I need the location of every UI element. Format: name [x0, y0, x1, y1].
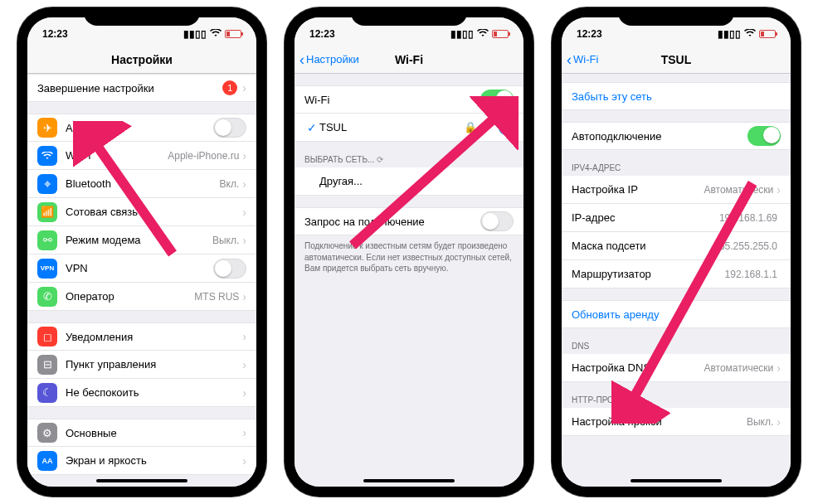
chevron-left-icon: ‹ — [299, 52, 304, 67]
chevron-right-icon: › — [242, 454, 246, 468]
chevron-left-icon: ‹ — [567, 52, 572, 67]
autojoin-label: Автоподключение — [572, 130, 747, 143]
other-network-label: Другая... — [319, 175, 514, 187]
chevron-right-icon: › — [777, 415, 781, 429]
hotspot-label: Режим модема — [66, 234, 212, 246]
autojoin-toggle[interactable] — [747, 126, 781, 146]
home-indicator[interactable] — [363, 479, 455, 482]
network-row[interactable]: ✓ TSUL 🔒 i — [295, 114, 523, 142]
airplane-toggle[interactable] — [213, 118, 246, 138]
wifi-toggle-label: Wi-Fi — [304, 94, 480, 106]
hotspot-row[interactable]: ⚯ Режим модема Выкл. › — [27, 226, 256, 254]
notifications-row[interactable]: ◻ Уведомления › — [27, 322, 256, 351]
cellular-icon: 📶 — [37, 202, 57, 222]
wifi-toggle[interactable] — [480, 90, 514, 109]
dns-config-value: Автоматически — [704, 362, 773, 374]
checkmark-icon: ✓ — [304, 121, 319, 134]
chevron-right-icon: › — [777, 183, 781, 196]
cellular-row[interactable]: 📶 Сотовая связь › — [27, 198, 256, 226]
wifi-label: Wi-Fi — [66, 149, 168, 162]
forget-network-label: Забыть эту сеть — [572, 90, 781, 103]
carrier-row[interactable]: ✆ Оператор MTS RUS › — [27, 283, 256, 311]
dnd-label: Не беспокоить — [66, 386, 242, 399]
other-network-row[interactable]: Другая... — [295, 167, 523, 196]
airplane-icon: ✈ — [37, 118, 57, 138]
chevron-right-icon: › — [242, 234, 246, 247]
wifi-toggle-row[interactable]: Wi-Fi — [295, 85, 523, 114]
control-center-row[interactable]: ⊟ Пункт управления › — [27, 351, 256, 379]
airplane-row[interactable]: ✈ Авиарежим — [27, 114, 256, 142]
ip-address-label: IP-адрес — [572, 211, 719, 224]
forget-network-row[interactable]: Забыть эту сеть — [562, 82, 791, 110]
back-button[interactable]: ‹ Настройки — [299, 46, 359, 73]
ip-address-value: 192.168.1.69 — [719, 212, 777, 224]
ipv4-header: IPV4-АДРЕС — [562, 150, 791, 176]
dnd-row[interactable]: ☾ Не беспокоить › — [27, 379, 256, 407]
info-icon[interactable]: i — [499, 120, 514, 135]
subnet-value: 255.255.255.0 — [713, 240, 777, 252]
notch — [351, 7, 467, 26]
ask-to-join-label: Запрос на подключение — [304, 216, 480, 228]
renew-lease-label: Обновить аренду — [572, 308, 781, 321]
renew-lease-row[interactable]: Обновить аренду — [562, 300, 791, 328]
wifi-signal-icon — [482, 121, 494, 133]
dns-config-label: Настройка DNS — [572, 361, 704, 374]
ask-to-join-row[interactable]: Запрос на подключение — [295, 207, 523, 235]
proxy-config-value: Выкл. — [747, 416, 773, 428]
page-title: TSUL — [661, 53, 692, 66]
chevron-right-icon: › — [242, 149, 246, 162]
ip-config-value: Автоматически — [704, 184, 773, 196]
subnet-row: Маска подсети 255.255.255.0 — [562, 232, 791, 260]
home-indicator[interactable] — [631, 479, 722, 482]
chevron-right-icon: › — [777, 361, 781, 375]
notifications-label: Уведомления — [66, 331, 242, 343]
wifi-icon — [37, 146, 57, 166]
control-center-icon: ⊟ — [37, 355, 57, 375]
badge-count: 1 — [222, 80, 237, 95]
vpn-icon: VPN — [37, 259, 57, 279]
dns-header: DNS — [562, 328, 791, 354]
vpn-row[interactable]: VPN VPN — [27, 254, 256, 283]
display-icon: AA — [37, 451, 57, 471]
cellular-label: Сотовая связь — [66, 206, 242, 218]
chevron-right-icon: › — [242, 426, 246, 439]
back-button[interactable]: ‹ Wi-Fi — [567, 46, 598, 73]
ip-address-row: IP-адрес 192.168.1.69 — [562, 204, 791, 232]
notch — [84, 7, 200, 26]
vpn-toggle[interactable] — [213, 259, 246, 279]
phone-settings: 12:23 ▮▮▯▯ Настройки Завершение настройк… — [17, 7, 266, 497]
wifi-row[interactable]: Wi-Fi Apple-iPhone.ru › — [27, 142, 256, 170]
back-label: Wi-Fi — [573, 53, 598, 65]
bluetooth-value: Вкл. — [220, 178, 240, 190]
spinner-icon: ⟳ — [377, 155, 383, 164]
bluetooth-label: Bluetooth — [66, 177, 220, 190]
hotspot-icon: ⚯ — [37, 230, 57, 250]
display-row[interactable]: AA Экран и яркость › — [27, 447, 256, 475]
proxy-config-row[interactable]: Настройка прокси Выкл. › — [562, 408, 791, 436]
dnd-icon: ☾ — [37, 383, 57, 403]
complete-setup-row[interactable]: Завершение настройки 1 › — [27, 74, 256, 102]
notch — [618, 7, 734, 26]
bluetooth-icon: ⌖ — [37, 174, 57, 194]
ip-config-row[interactable]: Настройка IP Автоматически › — [562, 176, 791, 204]
status-time: 12:23 — [309, 28, 335, 40]
choose-network-header: ВЫБРАТЬ СЕТЬ... ⟳ — [295, 142, 523, 167]
proxy-config-label: Настройка прокси — [572, 415, 747, 428]
autojoin-row[interactable]: Автоподключение — [562, 122, 791, 150]
phone-network-details: 12:23 ▮▮▯▯ ‹ Wi-Fi TSUL Забыть эту сеть — [552, 7, 801, 497]
wifi-value: Apple-iPhone.ru — [168, 150, 239, 162]
bluetooth-row[interactable]: ⌖ Bluetooth Вкл. › — [27, 170, 256, 198]
router-value: 192.168.1.1 — [725, 269, 777, 280]
back-label: Настройки — [306, 53, 359, 65]
wifi-status-icon — [210, 28, 222, 40]
general-icon: ⚙ — [37, 423, 57, 443]
status-time: 12:23 — [577, 28, 602, 40]
network-name: TSUL — [319, 121, 464, 133]
ask-to-join-toggle[interactable] — [480, 211, 514, 231]
notifications-icon: ◻ — [37, 327, 57, 346]
general-row[interactable]: ⚙ Основные › — [27, 419, 256, 447]
dns-config-row[interactable]: Настройка DNS Автоматически › — [562, 354, 791, 382]
home-indicator[interactable] — [96, 479, 187, 482]
control-center-label: Пункт управления — [66, 358, 242, 371]
carrier-icon: ✆ — [37, 287, 57, 307]
